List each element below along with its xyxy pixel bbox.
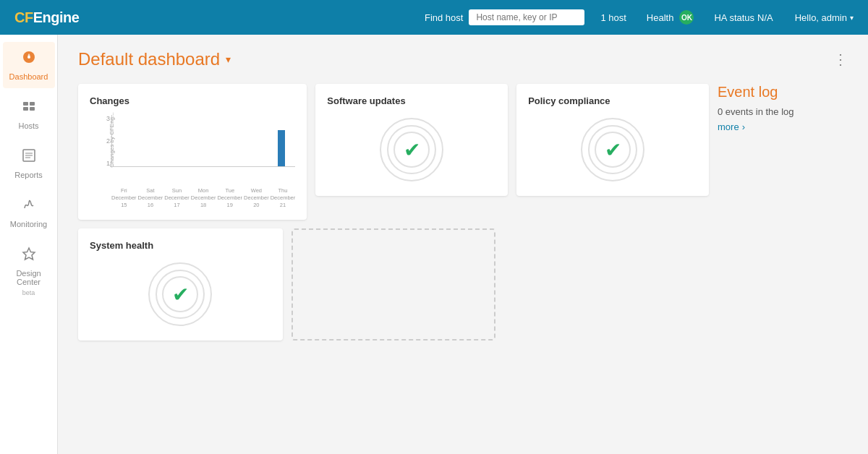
dashboard-icon bbox=[21, 49, 37, 69]
check-icon: ✔ bbox=[605, 138, 621, 162]
reports-icon bbox=[21, 147, 37, 168]
x-label: ThuDecember21 bbox=[271, 187, 296, 208]
chevron-down-icon: ▾ bbox=[850, 14, 854, 22]
x-axis-labels: FriDecember15 SatDecember16 SunDecember1… bbox=[90, 187, 295, 208]
page-title-text: Default dashboard bbox=[78, 49, 220, 69]
svg-rect-3 bbox=[23, 107, 28, 111]
event-log-more-arrow: › bbox=[742, 121, 745, 132]
check-icon: ✔ bbox=[404, 138, 420, 162]
find-host-section: Find host bbox=[425, 9, 584, 25]
admin-label: Hello, admin bbox=[795, 12, 847, 23]
top-navigation: CFEngine Find host 1 host Health OK HA s… bbox=[0, 0, 868, 35]
logo-engine: Engine bbox=[33, 9, 80, 25]
widget-software-updates-title: Software updates bbox=[327, 95, 496, 106]
sidebar-item-badge: beta bbox=[22, 289, 35, 296]
main-layout: Dashboard Hosts bbox=[0, 35, 868, 454]
search-input[interactable] bbox=[469, 9, 584, 25]
svg-rect-2 bbox=[23, 102, 28, 106]
x-label: SunDecember17 bbox=[164, 187, 190, 208]
page-header: Default dashboard ▾ ⋮ bbox=[78, 49, 848, 69]
widget-policy-compliance: Policy compliance ✔ bbox=[516, 84, 709, 196]
ha-status-label: HA status bbox=[714, 12, 754, 23]
chart-bar bbox=[278, 130, 285, 166]
sidebar-item-label: Monitoring bbox=[10, 220, 47, 228]
policy-compliance-indicator: ✔ bbox=[528, 115, 697, 184]
monitoring-icon bbox=[21, 197, 37, 217]
svg-point-1 bbox=[27, 56, 30, 59]
widget-placeholder bbox=[292, 228, 496, 340]
design-center-icon bbox=[21, 246, 37, 266]
host-count: 1 host bbox=[600, 12, 626, 23]
sidebar-item-dashboard[interactable]: Dashboard bbox=[3, 42, 55, 88]
chart-bar-col bbox=[269, 130, 294, 166]
circle-rings: ✔ bbox=[148, 262, 213, 327]
sidebar-item-monitoring[interactable]: Monitoring bbox=[3, 189, 55, 236]
x-label: WedDecember20 bbox=[244, 187, 269, 208]
widget-system-health-title: System health bbox=[90, 240, 271, 251]
widget-system-health: System health ✔ bbox=[78, 228, 283, 340]
health-section: Health OK bbox=[647, 10, 694, 25]
ha-status-value: N/A bbox=[757, 12, 773, 23]
sidebar-item-label: Design Center bbox=[9, 269, 49, 286]
page-title: Default dashboard ▾ bbox=[78, 49, 231, 69]
circle-rings: ✔ bbox=[379, 117, 444, 182]
event-log-more-link[interactable]: more › bbox=[718, 121, 848, 132]
widget-changes: Changes Changes by CFEng... 3 2 1 bbox=[78, 84, 307, 220]
y-axis-ticks: 3 2 1 bbox=[94, 115, 110, 167]
event-log-count: 0 events in the log bbox=[718, 106, 848, 117]
empty-col-2 bbox=[718, 228, 848, 340]
event-log-panel: Event log 0 events in the log more › bbox=[718, 84, 848, 132]
health-label: Health bbox=[647, 12, 674, 23]
check-icon: ✔ bbox=[172, 283, 189, 307]
main-content: Default dashboard ▾ ⋮ Changes Changes by… bbox=[58, 35, 868, 454]
empty-col-1 bbox=[504, 228, 709, 340]
find-host-label: Find host bbox=[425, 12, 463, 23]
app-logo: CFEngine bbox=[14, 9, 79, 26]
event-log-more-label: more bbox=[718, 121, 739, 132]
hosts-icon bbox=[21, 98, 37, 119]
dashboard-row1: Changes Changes by CFEng... 3 2 1 bbox=[78, 84, 848, 220]
svg-marker-10 bbox=[23, 248, 35, 260]
svg-rect-4 bbox=[30, 102, 35, 106]
sidebar: Dashboard Hosts bbox=[0, 35, 58, 454]
sidebar-item-label: Reports bbox=[14, 171, 43, 179]
chart-bars-area bbox=[111, 115, 295, 167]
sidebar-item-label: Hosts bbox=[18, 121, 38, 130]
circle-rings: ✔ bbox=[580, 117, 645, 182]
svg-rect-5 bbox=[30, 107, 35, 111]
page-more-icon[interactable]: ⋮ bbox=[833, 51, 848, 68]
widget-changes-title: Changes bbox=[90, 95, 295, 106]
x-label: TueDecember19 bbox=[217, 187, 242, 208]
y-tick: 2 bbox=[106, 137, 110, 145]
sidebar-item-reports[interactable]: Reports bbox=[3, 140, 55, 187]
y-tick: 1 bbox=[106, 160, 110, 167]
widget-software-updates: Software updates ✔ bbox=[315, 84, 508, 196]
sidebar-item-hosts[interactable]: Hosts bbox=[3, 91, 55, 137]
x-label: MonDecember18 bbox=[191, 187, 216, 208]
x-label: SatDecember16 bbox=[138, 187, 163, 208]
admin-menu[interactable]: Hello, admin ▾ bbox=[795, 12, 854, 23]
changes-chart: Changes by CFEng... 3 2 1 bbox=[90, 115, 295, 208]
dashboard-row2: System health ✔ bbox=[78, 228, 848, 340]
logo-cf: CF bbox=[14, 9, 33, 25]
system-health-indicator: ✔ bbox=[90, 260, 271, 329]
ha-status-section: HA status N/A bbox=[714, 12, 773, 23]
sidebar-item-design-center[interactable]: Design Center beta bbox=[3, 239, 55, 304]
x-label: FriDecember15 bbox=[111, 187, 137, 208]
software-updates-indicator: ✔ bbox=[327, 115, 496, 184]
health-badge: OK bbox=[679, 10, 694, 25]
y-tick: 3 bbox=[106, 115, 110, 122]
event-log-title: Event log bbox=[718, 84, 848, 100]
sidebar-item-label: Dashboard bbox=[9, 72, 48, 81]
page-title-dropdown[interactable]: ▾ bbox=[226, 53, 231, 65]
widget-policy-compliance-title: Policy compliance bbox=[528, 95, 697, 106]
